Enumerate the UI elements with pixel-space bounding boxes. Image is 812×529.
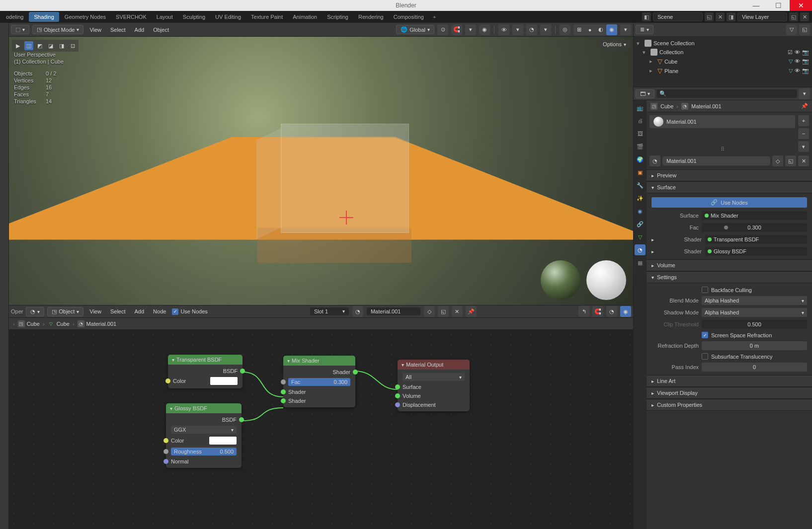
outliner-tree[interactable]: ▾ Scene Collection ▾ Collection ☑👁📷 ▸▽ C… [634, 37, 812, 87]
shading-options[interactable]: ▾ [620, 24, 631, 35]
ws-tab-compositing[interactable]: Compositing [389, 11, 429, 23]
camera-icon[interactable]: 📷 [802, 58, 809, 65]
mix-fac-field[interactable]: Fac0.300 [288, 378, 350, 386]
node-glossy-bsdf[interactable]: ▾Glossy BSDF BSDF GGX▾ Color Roughness0.… [166, 403, 242, 468]
bc-object[interactable]: Cube [27, 321, 40, 327]
tab-physics-icon[interactable]: ◉ [635, 206, 646, 217]
material-browse-icon[interactable]: ◔ [650, 155, 660, 166]
checkbox-icon[interactable]: ☑ [788, 49, 793, 56]
gizmo-options[interactable]: ▾ [512, 24, 523, 35]
layer-delete-button[interactable]: ✕ [800, 12, 809, 21]
blend-mode-select[interactable]: Alpha Hashed▾ [702, 296, 807, 305]
tab-constraint-icon[interactable]: 🔗 [635, 219, 646, 229]
tab-modifier-icon[interactable]: 🔧 [635, 180, 646, 191]
scene-name-field[interactable]: Scene [653, 12, 703, 21]
bc-mesh[interactable]: Cube [57, 321, 70, 327]
tree-collection[interactable]: ▾ Collection ☑👁📷 [634, 48, 812, 57]
select-intersect-icon[interactable]: ◨ [57, 41, 66, 50]
view-layer-field[interactable]: View Layer [737, 12, 787, 21]
tab-material-icon[interactable]: ◔ [635, 244, 646, 255]
outliner-type-dropdown[interactable]: ≣ ▾ [636, 25, 653, 34]
ne-overlay-icon[interactable]: ◔ [606, 306, 617, 317]
tab-output-icon[interactable]: 🖨 [635, 115, 646, 126]
shadow-mode-select[interactable]: Alpha Hashed▾ [702, 308, 807, 317]
backface-checkbox[interactable] [702, 287, 708, 293]
close-button[interactable]: ✕ [790, 0, 812, 11]
overlay-options[interactable]: ▾ [540, 24, 551, 35]
mat-pin-icon[interactable]: 📌 [466, 306, 477, 317]
gizmo-toggle[interactable]: 👁 [498, 24, 509, 35]
material-name-field[interactable]: Material.001 [366, 307, 421, 316]
shader2-select[interactable]: Glossy BSDF [705, 247, 807, 256]
ws-tab-texpaint[interactable]: Texture Paint [246, 11, 288, 23]
tab-texture-icon[interactable]: ▦ [635, 257, 646, 268]
ws-tab-sverchok[interactable]: SVERCHOK [111, 11, 152, 23]
props-options-icon[interactable]: ▾ [799, 88, 810, 99]
scene-delete-button[interactable]: ✕ [716, 12, 725, 21]
camera-icon[interactable]: 📷 [802, 68, 809, 74]
node-material-output[interactable]: ▾Material Output All▾ Surface Volume Dis… [398, 360, 470, 411]
ne-snap-icon[interactable]: 🧲 [592, 306, 603, 317]
node-shader-type[interactable]: ◳ Object ▾ [47, 307, 83, 316]
ne-menu-add[interactable]: Add [132, 307, 148, 315]
mat-unlink-icon[interactable]: ✕ [452, 306, 463, 317]
panel-volume[interactable]: ▸Volume [647, 259, 812, 271]
scene-add-button[interactable]: ◱ [705, 12, 714, 21]
mat-duplicate-icon[interactable]: ◱ [438, 306, 449, 317]
eye-icon[interactable]: 👁 [795, 58, 800, 65]
output-target-select[interactable]: All▾ [403, 373, 465, 381]
eye-icon[interactable]: 👁 [795, 68, 800, 74]
panel-viewport-display[interactable]: ▸Viewport Display [647, 387, 812, 399]
vp-menu-view[interactable]: View [86, 26, 104, 34]
shader1-select[interactable]: Transparent BSDF [705, 235, 807, 244]
panel-settings[interactable]: ▾Settings [647, 271, 812, 283]
hdri-preview-sphere[interactable] [541, 260, 580, 300]
shading-matprev[interactable]: ◐ [595, 24, 606, 35]
material-slot-menu[interactable]: ▾ [798, 141, 809, 152]
tab-world-icon[interactable]: 🌍 [635, 154, 646, 165]
material-slot-add[interactable]: + [798, 115, 809, 126]
select-tweak-icon[interactable]: ▶ [13, 41, 22, 50]
object-mode-dropdown[interactable]: ◳ Object Mode ▾ [32, 25, 83, 34]
vp-menu-select[interactable]: Select [107, 26, 129, 34]
scene-browse-icon[interactable]: ◧ [642, 12, 651, 21]
mat-unlink-icon[interactable]: ✕ [798, 155, 809, 166]
panel-preview[interactable]: ▸Preview [647, 169, 812, 181]
viewport-options-dropdown[interactable]: Options ▾ [599, 40, 630, 49]
sst-checkbox[interactable] [702, 353, 708, 360]
node-transparent-bsdf[interactable]: ▾Transparent BSDF BSDF Color [168, 355, 243, 388]
props-bc-obj[interactable]: Cube [660, 103, 673, 109]
outliner-new-collection-icon[interactable]: ◱ [799, 24, 810, 35]
surface-shader-select[interactable]: Mix Shader [702, 211, 807, 220]
maximize-button[interactable]: ☐ [767, 0, 790, 11]
ne-parent-icon[interactable]: ↰ [578, 306, 589, 317]
panel-surface[interactable]: ▾Surface [647, 181, 812, 193]
tab-scene-icon[interactable]: 🎬 [635, 141, 646, 152]
material-preview-sphere[interactable] [586, 260, 626, 300]
pin-icon[interactable]: 📌 [801, 103, 808, 109]
select-extend-icon[interactable]: ◩ [35, 41, 44, 50]
tab-render-icon[interactable]: 📺 [635, 102, 646, 113]
use-nodes-button[interactable]: 🔗Use Nodes [651, 197, 807, 208]
props-search[interactable]: 🔍 [656, 89, 797, 98]
refraction-depth[interactable]: 0 m [702, 341, 807, 350]
add-workspace-button[interactable]: + [429, 11, 440, 23]
camera-icon[interactable]: 📷 [802, 49, 809, 56]
fac-slider[interactable]: 0.300 [702, 223, 807, 232]
ne-preview-icon[interactable]: ◉ [620, 306, 631, 317]
shading-wireframe[interactable]: ⊞ [573, 24, 584, 35]
bc-material[interactable]: Material.001 [86, 321, 117, 327]
tab-particle-icon[interactable]: ✨ [635, 193, 646, 204]
tab-viewlayer-icon[interactable]: 🖼 [635, 128, 646, 139]
glossy-distribution-select[interactable]: GGX▾ [171, 426, 237, 434]
material-browse-icon[interactable]: ◔ [352, 306, 363, 317]
select-box-icon[interactable]: ◫ [24, 41, 33, 50]
eye-icon[interactable]: 👁 [795, 49, 800, 56]
pass-index[interactable]: 0 [702, 363, 807, 372]
panel-custom-props[interactable]: ▸Custom Properties [647, 399, 812, 411]
use-nodes-checkbox[interactable]: ✓ Use Nodes [172, 308, 207, 315]
mat-shield-icon[interactable]: ◇ [772, 155, 783, 166]
ws-tab-uv[interactable]: UV Editing [210, 11, 246, 23]
mat-shield-icon[interactable]: ◇ [424, 306, 435, 317]
props-bc-mat[interactable]: Material.001 [691, 103, 722, 109]
